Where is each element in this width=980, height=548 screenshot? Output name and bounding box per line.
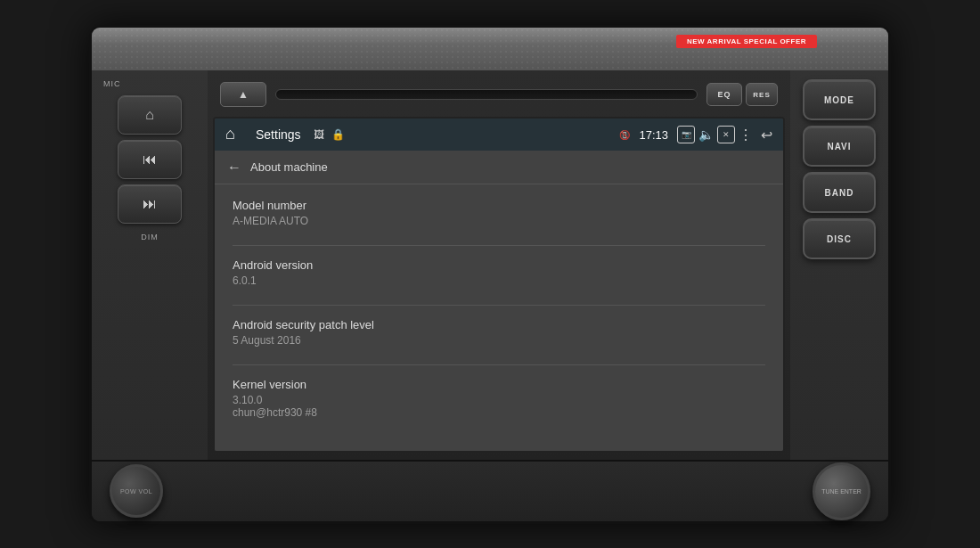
camera-icon: 📷 xyxy=(677,126,695,143)
mode-button[interactable]: MODE xyxy=(803,79,876,120)
kernel-version-section: Kernel version 3.10.0 chun@hctr930 #8 xyxy=(233,378,765,419)
signal-icon: 📵 xyxy=(619,130,630,140)
tune-enter-label: TUNE ENTER xyxy=(821,487,862,495)
model-number-section: Model number A-MEDIA AUTO xyxy=(233,199,765,227)
navi-button[interactable]: NAVI xyxy=(803,126,876,167)
main-body: MIC ⌂ ⏮ ⏭ DIM ▲ EQ RES xyxy=(92,70,888,460)
about-bar: ← About machine xyxy=(215,151,783,184)
home-status-icon[interactable]: ⌂ xyxy=(225,125,245,144)
eject-icon: ▲ xyxy=(238,88,249,101)
eq-button[interactable]: EQ xyxy=(706,83,742,106)
divider-1 xyxy=(233,245,765,246)
home-icon: ⌂ xyxy=(145,107,154,123)
about-title: About machine xyxy=(250,160,328,174)
status-icons: 📵 17:13 📷 🔈 ✕ ⋮ ↩ xyxy=(619,126,772,143)
volume-icon: 🔈 xyxy=(698,127,714,142)
android-version-value: 6.0.1 xyxy=(233,274,765,287)
bottom-panel: POW VOL TUNE ENTER xyxy=(92,460,888,520)
mute-icon: ✕ xyxy=(717,126,735,143)
dim-label: DIM xyxy=(141,233,159,241)
security-patch-value: 5 August 2016 xyxy=(233,334,765,347)
security-patch-label: Android security patch level xyxy=(233,318,765,331)
model-number-value: A-MEDIA AUTO xyxy=(233,215,765,227)
prev-button[interactable]: ⏮ xyxy=(118,140,182,179)
next-button[interactable]: ⏭ xyxy=(118,184,182,224)
screen-title: Settings xyxy=(256,127,301,142)
pow-vol-knob[interactable]: POW VOL xyxy=(110,464,163,518)
android-version-section: Android version 6.0.1 xyxy=(233,258,765,287)
left-panel: MIC ⌂ ⏮ ⏭ DIM xyxy=(92,70,208,460)
lock-icon: 🔒 xyxy=(331,128,345,141)
center-area: ▲ EQ RES ⌂ Settings 🖼 🔒 📵 xyxy=(208,70,790,460)
eject-button[interactable]: ▲ xyxy=(220,82,266,107)
band-button[interactable]: BAND xyxy=(803,172,876,213)
next-icon: ⏭ xyxy=(143,196,157,212)
kernel-version-value-2: chun@hctr930 #8 xyxy=(233,406,765,419)
kernel-version-value-1: 3.10.0 xyxy=(233,394,765,406)
back-arrow-icon[interactable]: ← xyxy=(227,159,241,176)
divider-2 xyxy=(233,305,765,306)
status-time: 17:13 xyxy=(639,128,668,142)
cd-slot xyxy=(275,89,698,100)
android-version-label: Android version xyxy=(233,258,765,272)
photo-icon: 🖼 xyxy=(314,128,324,141)
status-left: ⌂ Settings 🖼 🔒 xyxy=(225,125,345,144)
security-patch-section: Android security patch level 5 August 20… xyxy=(233,318,765,347)
res-button[interactable]: RES xyxy=(746,83,778,106)
top-strip: NEW ARRIVAL SPECIAL OFFER xyxy=(92,28,888,71)
back-nav-icon[interactable]: ↩ xyxy=(761,127,772,143)
top-controls: ▲ EQ RES xyxy=(213,78,785,111)
device: NEW ARRIVAL SPECIAL OFFER MIC ⌂ ⏮ ⏭ DIM … xyxy=(89,25,891,524)
prev-icon: ⏮ xyxy=(143,151,157,168)
disc-button[interactable]: DISC xyxy=(803,218,876,259)
android-screen: ⌂ Settings 🖼 🔒 📵 17:13 📷 🔈 ✕ ⋮ ↩ xyxy=(213,117,785,453)
content-area: Model number A-MEDIA AUTO Android versio… xyxy=(215,184,783,451)
pow-vol-label: POW VOL xyxy=(120,488,152,495)
model-number-label: Model number xyxy=(233,199,765,212)
red-sticker: NEW ARRIVAL SPECIAL OFFER xyxy=(676,35,817,48)
home-button[interactable]: ⌂ xyxy=(118,95,182,135)
kernel-version-label: Kernel version xyxy=(233,378,765,391)
more-options-icon[interactable]: ⋮ xyxy=(739,127,754,143)
tune-enter-knob[interactable]: TUNE ENTER xyxy=(813,462,870,520)
status-bar: ⌂ Settings 🖼 🔒 📵 17:13 📷 🔈 ✕ ⋮ ↩ xyxy=(215,119,783,151)
divider-3 xyxy=(233,364,765,365)
mic-label: MIC xyxy=(103,79,121,88)
right-panel: MODE NAVI BAND DISC xyxy=(790,70,888,460)
